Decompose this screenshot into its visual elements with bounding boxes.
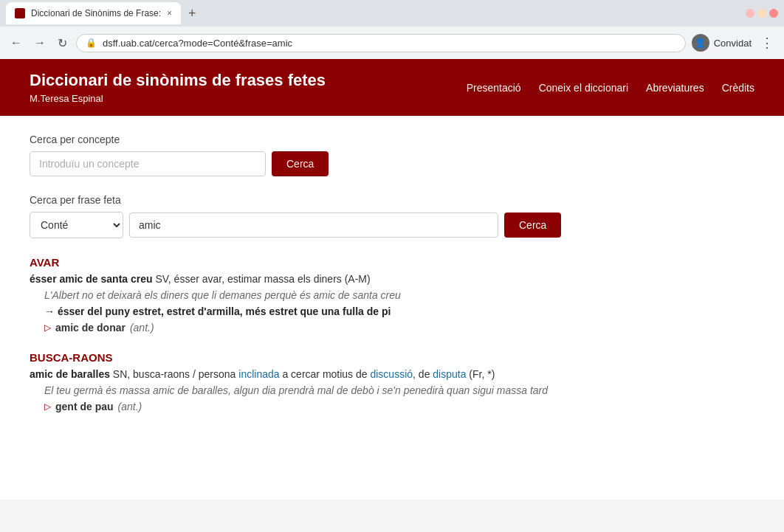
close-button[interactable]: [769, 9, 778, 18]
tab-favicon: [15, 8, 25, 18]
entry-buscaraons-1-example: El teu germà és massa amic de baralles, …: [44, 384, 754, 396]
profile-icon[interactable]: 👤: [692, 34, 709, 52]
search-phrase-row: Conté Comença per És igual a Cerca: [30, 212, 754, 238]
address-text: dsff.uab.cat/cerca?mode=Conté&frase=amic: [103, 38, 676, 49]
related-link[interactable]: amic de donar: [55, 322, 125, 334]
browser-window: Diccionari de Sinònims de Frase: × + ← →…: [0, 0, 784, 500]
entry-avar-1-related: ▷ amic de donar (ant.): [44, 322, 754, 334]
entry-buscaraons-1: amic de baralles SN, busca-raons / perso…: [30, 368, 754, 412]
related-note-2: (ant.): [118, 401, 142, 412]
profile-area: 👤 Convidat: [692, 34, 752, 52]
tab-label: Diccionari de Sinònims de Frase:: [31, 8, 161, 18]
related-arrow-icon-2: ▷: [44, 401, 51, 412]
entry-buscaraons-meta: SN, busca-raons / persona inclinada a ce…: [110, 368, 495, 380]
entry-avar-1-example: L'Albert no et deixarà els diners que li…: [44, 289, 754, 301]
tab-close-button[interactable]: ×: [167, 8, 172, 18]
entry-buscaraons-1-title: amic de baralles SN, busca-raons / perso…: [30, 368, 754, 380]
browser-menu-button[interactable]: ⋮: [757, 32, 777, 54]
lock-icon: 🔒: [86, 38, 97, 48]
nav-credits[interactable]: Crèdits: [722, 82, 754, 94]
profile-label: Convidat: [714, 38, 752, 49]
website: Diccionari de sinònims de frases fetes M…: [0, 59, 784, 500]
search-phrase-section: Cerca per frase feta Conté Comença per É…: [30, 194, 754, 238]
nav-coneix[interactable]: Coneix el diccionari: [539, 82, 628, 94]
browser-tabs: Diccionari de Sinònims de Frase: × +: [6, 2, 201, 24]
search-phrase-button[interactable]: Cerca: [504, 213, 561, 238]
search-mode-select[interactable]: Conté Comença per És igual a: [30, 212, 123, 238]
forward-button[interactable]: →: [31, 33, 49, 52]
highlight-inclinada: inclinada: [238, 368, 279, 380]
highlight-disputa: disputa: [433, 368, 466, 380]
search-phrase-input[interactable]: [129, 213, 498, 238]
maximize-button[interactable]: [757, 9, 766, 18]
synonym-text: ésser del puny estret, estret d'armilla,…: [58, 305, 391, 317]
search-phrase-label: Cerca per frase feta: [30, 194, 754, 206]
entry-buscaraons-title-text: amic de baralles: [30, 368, 110, 380]
search-concept-button[interactable]: Cerca: [272, 151, 329, 176]
active-tab[interactable]: Diccionari de Sinònims de Frase: ×: [6, 2, 181, 24]
related-note: (ant.): [130, 322, 154, 334]
site-title: Diccionari de sinònims de frases fetes: [30, 71, 326, 90]
browser-addressbar: ← → ↻ 🔒 dsff.uab.cat/cerca?mode=Conté&fr…: [0, 27, 784, 59]
search-concept-section: Cerca per concepte Cerca: [30, 134, 754, 176]
synonym-arrow: →: [44, 305, 58, 317]
minimize-button[interactable]: [746, 9, 754, 18]
entry-meta: SV, ésser avar, estimar massa els diners…: [153, 273, 371, 285]
window-controls: [746, 9, 778, 18]
back-button[interactable]: ←: [7, 33, 25, 52]
nav-abreviatures[interactable]: Abreviatures: [646, 82, 704, 94]
browser-titlebar: Diccionari de Sinònims de Frase: × +: [0, 0, 784, 27]
search-concept-input[interactable]: [30, 151, 266, 176]
entry-title-text: ésser amic de santa creu: [30, 273, 153, 285]
results-section: AVAR ésser amic de santa creu SV, ésser …: [30, 256, 754, 412]
site-title-block: Diccionari de sinònims de frases fetes M…: [30, 71, 326, 104]
search-concept-label: Cerca per concepte: [30, 134, 754, 145]
site-nav: Presentació Coneix el diccionari Abrevia…: [467, 82, 754, 94]
refresh-button[interactable]: ↻: [55, 33, 70, 53]
related-arrow-icon: ▷: [44, 322, 51, 333]
entry-avar-1-title: ésser amic de santa creu SV, ésser avar,…: [30, 273, 754, 285]
site-author: M.Teresa Espinal: [30, 93, 326, 104]
entry-avar-1-synonym: → ésser del puny estret, estret d'armill…: [44, 305, 754, 317]
highlight-discussio: discussió: [370, 368, 413, 380]
new-tab-button[interactable]: +: [184, 6, 201, 21]
profile-icon-symbol: 👤: [695, 38, 706, 48]
related-link-2[interactable]: gent de pau: [55, 401, 114, 412]
entry-avar-1: ésser amic de santa creu SV, ésser avar,…: [30, 273, 754, 334]
search-concept-row: Cerca: [30, 151, 754, 176]
entry-buscaraons-1-related: ▷ gent de pau (ant.): [44, 401, 754, 412]
category-buscaraons: BUSCA-RAONS: [30, 351, 754, 364]
site-header: Diccionari de sinònims de frases fetes M…: [0, 59, 784, 116]
address-bar[interactable]: 🔒 dsff.uab.cat/cerca?mode=Conté&frase=am…: [76, 34, 686, 52]
nav-presentacio[interactable]: Presentació: [467, 82, 521, 94]
category-avar: AVAR: [30, 256, 754, 269]
site-content: Cerca per concepte Cerca Cerca per frase…: [0, 116, 784, 500]
